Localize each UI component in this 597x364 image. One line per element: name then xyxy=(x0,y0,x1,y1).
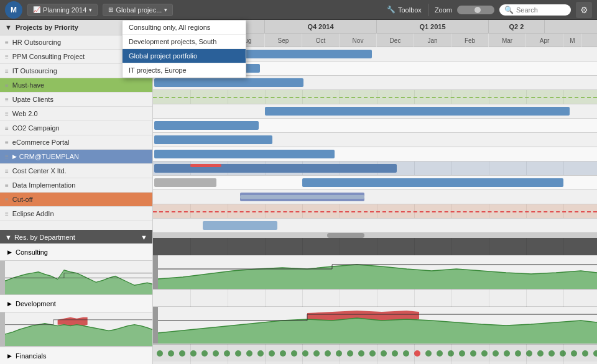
dropdown-item-consulting[interactable]: Consulting only, All regions xyxy=(123,20,246,35)
dot-green xyxy=(325,350,331,357)
zoom-slider-thumb xyxy=(474,7,481,13)
dot-green xyxy=(235,350,241,357)
dot-green xyxy=(179,350,185,357)
project-item-cost-center[interactable]: ≡ Cost Center X ltd. xyxy=(0,164,152,178)
toolbox-button[interactable]: 🔧 Toolbox xyxy=(387,6,422,14)
resources-section: ▼ Res. by Department ▼ ▶ Consulting xyxy=(0,230,152,364)
month-feb: Feb xyxy=(451,34,489,47)
dot-green xyxy=(168,350,174,357)
development-svg xyxy=(158,307,597,344)
project-label: CO2 Campaign xyxy=(12,124,60,132)
dept-label: Financials xyxy=(16,352,47,360)
planning-caret-icon: ▾ xyxy=(89,7,92,13)
drag-icon: ≡ xyxy=(5,168,9,175)
gantt-bar-ecommerce[interactable] xyxy=(154,150,335,158)
dropdown-item-it[interactable]: IT projects, Europe xyxy=(123,63,246,78)
left-stripe xyxy=(153,307,158,344)
project-item-cut-off[interactable]: ≡ Cut-off xyxy=(0,193,152,207)
project-item-ecommerce[interactable]: ≡ eCommerce Portal xyxy=(0,135,152,150)
month-jan: Jan xyxy=(414,34,451,47)
planning-dropdown-btn[interactable]: 📈 Planning 2014 ▾ xyxy=(27,4,98,16)
gantt-row-ecommerce xyxy=(153,147,597,162)
drag-icon: ≡ xyxy=(5,82,9,89)
development-section-label xyxy=(153,289,597,307)
project-item-data-impl[interactable]: ≡ Data Implementation xyxy=(0,178,152,193)
gantt-row-crm xyxy=(153,162,597,176)
gantt-row-must-have xyxy=(153,90,597,104)
cut-off-line xyxy=(153,211,597,212)
gantt-bar-cost-gray[interactable] xyxy=(154,178,216,187)
top-bar: M 📈 Planning 2014 ▾ ⊞ Global projec... ▾… xyxy=(0,0,597,20)
left-stripe xyxy=(0,261,5,294)
projects-header-label: Projects by Priority xyxy=(16,24,78,31)
separator xyxy=(428,4,428,16)
dot-green xyxy=(190,350,197,357)
drag-icon: ≡ xyxy=(5,53,9,60)
month-dec: Dec xyxy=(377,34,414,47)
drag-icon: ≡ xyxy=(5,68,9,75)
svg-marker-5 xyxy=(158,318,597,344)
project-label: Upate Clients xyxy=(12,96,53,103)
project-label: Cost Center X ltd. xyxy=(12,167,67,175)
dot-green xyxy=(313,350,320,357)
left-stripe xyxy=(0,312,5,346)
dept-expand-icon: ▶ xyxy=(7,353,12,359)
svg-marker-0 xyxy=(0,270,152,294)
project-label: Data Implementation xyxy=(12,181,76,189)
project-item-upate-clients[interactable]: ≡ Upate Clients xyxy=(0,93,152,107)
drag-icon: ≡ xyxy=(5,111,9,117)
dept-expand-icon: ▶ xyxy=(7,249,12,255)
project-item-web20[interactable]: ≡ Web 2.0 xyxy=(0,107,152,121)
dot-green xyxy=(381,350,387,357)
dot-green xyxy=(201,350,208,357)
consulting-chart-row xyxy=(0,261,152,295)
portfolio-caret-icon: ▾ xyxy=(164,7,167,13)
dot-green xyxy=(392,350,398,357)
drag-icon: ≡ xyxy=(5,153,9,160)
gantt-bar-eclipse[interactable] xyxy=(203,221,277,230)
planning-label: Planning 2014 xyxy=(43,6,86,14)
dot-green xyxy=(280,350,286,357)
project-item-crm[interactable]: ≡ ▶ CRM@TUEMPLAN xyxy=(0,150,152,164)
month-m: M xyxy=(563,34,582,47)
dropdown-item-global[interactable]: Global project portfolio xyxy=(123,49,246,63)
consulting-chart xyxy=(0,261,152,294)
gear-icon: ⚙ xyxy=(580,5,588,15)
settings-button[interactable]: ⚙ xyxy=(576,2,592,18)
dot-green xyxy=(269,350,275,357)
project-item-eclipse[interactable]: ≡ Eclipse AddIn xyxy=(0,207,152,221)
dot-green xyxy=(425,350,432,357)
zoom-slider[interactable] xyxy=(457,6,494,14)
scrollbar-thumb xyxy=(327,233,364,238)
dropdown-item-development[interactable]: Development projects, South xyxy=(123,35,246,49)
project-label: CRM@TUEMPLAN xyxy=(19,153,79,160)
gantt-row-co2 xyxy=(153,133,597,147)
gantt-bar-web[interactable] xyxy=(154,121,259,130)
portfolio-dropdown-btn[interactable]: ⊞ Global projec... ▾ xyxy=(103,4,173,16)
dept-consulting[interactable]: ▶ Consulting xyxy=(0,243,152,261)
project-item-must-have[interactable]: ≡ Must-have xyxy=(0,78,152,93)
search-box: 🔍 xyxy=(499,4,571,16)
dot-green xyxy=(537,350,544,357)
left-stripe xyxy=(153,255,158,289)
dot-green xyxy=(257,350,264,357)
dot-green xyxy=(437,350,443,357)
gantt-bar-co2[interactable] xyxy=(154,135,272,144)
project-item-co2[interactable]: ≡ CO2 Campaign xyxy=(0,121,152,135)
dot-green xyxy=(358,350,364,357)
dot-green xyxy=(526,350,532,357)
horizontal-scrollbar[interactable] xyxy=(153,233,597,238)
search-input[interactable] xyxy=(516,6,566,14)
gantt-bar-upate[interactable] xyxy=(265,107,570,116)
dot-green xyxy=(369,350,376,357)
dept-development[interactable]: ▶ Development xyxy=(0,295,152,312)
filter-icon[interactable]: ▼ xyxy=(141,234,147,241)
dept-financials[interactable]: ▶ Financials xyxy=(0,347,152,364)
project-label: Cut-off xyxy=(12,196,33,203)
gantt-bar-cost[interactable] xyxy=(302,178,563,187)
gantt-bar-it[interactable] xyxy=(154,78,303,87)
toolbox-icon: 🔧 xyxy=(387,6,396,14)
dot-green xyxy=(246,350,252,357)
dept-label: Development xyxy=(16,300,56,307)
dot-green xyxy=(470,350,476,357)
